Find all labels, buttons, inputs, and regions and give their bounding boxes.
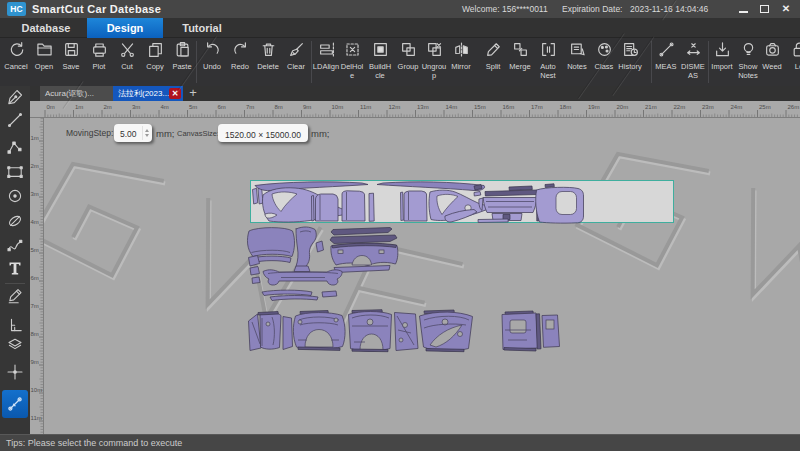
- tool-measure[interactable]: [2, 390, 28, 418]
- svg-text:11m: 11m: [360, 104, 371, 110]
- tool-rectangle[interactable]: [3, 160, 27, 184]
- line-icon: [6, 111, 24, 129]
- text-icon: [6, 259, 24, 277]
- status-bar: Tips: Please select the command to execu…: [0, 434, 800, 451]
- polyline-icon: [6, 138, 24, 156]
- svg-text:5m: 5m: [189, 104, 197, 110]
- menu-tab-database[interactable]: Database: [8, 18, 84, 38]
- moving-step-value: 5.00: [120, 129, 137, 139]
- toolbar-separator: [708, 41, 709, 83]
- lock-icon: [781, 41, 800, 62]
- canvas-size-label: CanvasSize:: [177, 129, 219, 138]
- moving-step-spinner[interactable]: [142, 126, 150, 140]
- tool-crosshair[interactable]: [3, 360, 27, 384]
- watermark-layer: [30, 101, 800, 434]
- svg-text:4m: 4m: [31, 219, 39, 225]
- ellipse-leaf-icon: [6, 212, 24, 230]
- app-logo: HC: [7, 2, 26, 16]
- app-window: HC SmartCut Car Datebase Welcome: 156***…: [0, 0, 800, 451]
- svg-text:20m: 20m: [617, 104, 629, 110]
- svg-text:2m: 2m: [104, 104, 112, 110]
- moving-step-label: MovingStep:: [66, 128, 113, 138]
- title-bar: HC SmartCut Car Datebase Welcome: 156***…: [0, 0, 800, 18]
- svg-text:7m: 7m: [246, 104, 254, 110]
- tool-polyline[interactable]: [3, 135, 27, 159]
- menu-bar: DatabaseDesignTutorial: [0, 18, 800, 38]
- svg-text:25m: 25m: [759, 104, 771, 110]
- svg-text:22m: 22m: [674, 104, 686, 110]
- menu-tab-design[interactable]: Design: [87, 18, 163, 38]
- svg-text:26m: 26m: [788, 104, 800, 110]
- svg-text:6m: 6m: [218, 104, 226, 110]
- toolbar-separator: [196, 41, 197, 83]
- pencil-icon: [6, 287, 24, 305]
- svg-text:1m: 1m: [31, 135, 39, 141]
- svg-text:15m: 15m: [474, 104, 486, 110]
- expiration-label: Expiration Date:: [562, 4, 622, 14]
- tool-circle[interactable]: [3, 184, 27, 208]
- tool-pen[interactable]: [3, 85, 27, 109]
- tool-curve[interactable]: [3, 233, 27, 257]
- app-title: SmartCut Car Datebase: [32, 3, 161, 15]
- svg-text:11m: 11m: [31, 415, 42, 421]
- canvas-size-input[interactable]: 1520.00 × 15000.00: [218, 124, 308, 142]
- toolbar-button-label: Lo: [781, 63, 800, 72]
- watermark-gwf-2: [572, 131, 800, 364]
- maximize-icon: [760, 5, 769, 13]
- spinner-down-icon: [145, 134, 149, 137]
- svg-text:1m: 1m: [75, 104, 83, 110]
- horizontal-ruler: 0m1m2m3m4m5m6m7m8m9m10m11m12m13m14m15m16…: [30, 101, 800, 118]
- welcome-text: Welcome: 156****0011: [462, 4, 548, 14]
- tool-text[interactable]: [3, 256, 27, 280]
- canvas-size-value: 1520.00 × 15000.00: [225, 130, 301, 140]
- canvas-size-unit: mm;: [311, 128, 329, 139]
- svg-text:19m: 19m: [588, 104, 600, 110]
- svg-text:5m: 5m: [31, 247, 39, 253]
- svg-text:7m: 7m: [31, 303, 39, 309]
- svg-text:13m: 13m: [417, 104, 429, 110]
- tool-line[interactable]: [3, 108, 27, 132]
- tool-layers[interactable]: [3, 333, 27, 357]
- tab-add-button[interactable]: +: [187, 86, 199, 101]
- circle-icon: [6, 187, 24, 205]
- spinner-up-icon: [145, 129, 149, 132]
- svg-text:4m: 4m: [161, 104, 169, 110]
- tool-ellipse-leaf[interactable]: [3, 209, 27, 233]
- toolbar-button-lo[interactable]: Lo: [781, 41, 800, 72]
- l-ruler-icon: [6, 316, 24, 334]
- svg-text:21m: 21m: [645, 104, 657, 110]
- document-tab-bar: Acura(讴歌)...法拉利(2023...✕+: [30, 86, 800, 101]
- layers-icon: [6, 336, 24, 354]
- svg-text:9m: 9m: [31, 359, 39, 365]
- tab-close-button[interactable]: ✕: [169, 88, 181, 99]
- measure-icon: [6, 395, 24, 413]
- toolbar-button-mirror[interactable]: Mirror: [443, 41, 479, 72]
- moving-step-unit: mm;: [156, 128, 174, 139]
- watermark-gwf-1: [30, 141, 463, 374]
- maximize-button[interactable]: [757, 3, 773, 15]
- svg-text:12m: 12m: [389, 104, 401, 110]
- tool-sidebar: [0, 86, 30, 434]
- svg-text:9m: 9m: [303, 104, 311, 110]
- svg-text:2m: 2m: [31, 163, 39, 169]
- svg-text:6m: 6m: [31, 275, 39, 281]
- toolbar-button-history[interactable]: History: [612, 41, 648, 72]
- tool-pencil[interactable]: [3, 284, 27, 308]
- svg-text:10m: 10m: [332, 104, 344, 110]
- minimize-button[interactable]: [736, 3, 752, 15]
- svg-text:0m: 0m: [47, 104, 55, 110]
- svg-text:3m: 3m: [132, 104, 140, 110]
- svg-text:17m: 17m: [531, 104, 543, 110]
- svg-text:24m: 24m: [731, 104, 743, 110]
- close-button[interactable]: ✕: [778, 3, 794, 15]
- document-tab-1[interactable]: Acura(讴歌)...: [40, 86, 113, 101]
- curve-icon: [6, 236, 24, 254]
- moving-step-input[interactable]: 5.00: [114, 124, 152, 142]
- svg-text:10m: 10m: [31, 387, 43, 393]
- svg-text:23m: 23m: [702, 104, 714, 110]
- toolbar-separator: [311, 41, 312, 83]
- menu-tab-tutorial[interactable]: Tutorial: [164, 18, 240, 38]
- toolbar-button-label: History: [612, 63, 648, 72]
- rectangle-icon: [6, 163, 24, 181]
- design-canvas[interactable]: [30, 101, 800, 434]
